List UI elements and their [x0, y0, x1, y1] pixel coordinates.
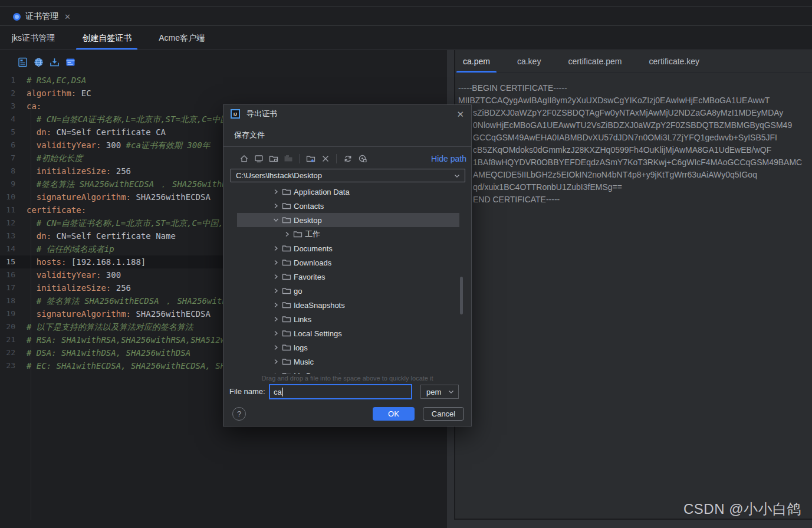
- chevron-collapsed-icon[interactable]: [282, 230, 292, 238]
- folder-icon: [281, 314, 292, 324]
- line-number: 14: [0, 242, 24, 255]
- tree-item-application-data[interactable]: Application Data: [237, 185, 459, 199]
- form-icon[interactable]: [17, 57, 28, 67]
- show-hidden-icon[interactable]: [355, 153, 370, 165]
- line-number: 15: [0, 255, 24, 268]
- code-text: signatureAlgorithm: SHA256withECDSA: [24, 307, 211, 320]
- folder-icon: [281, 300, 292, 310]
- chevron-collapsed-icon[interactable]: [271, 315, 281, 323]
- code-text: # RSA,EC,DSA: [24, 74, 86, 87]
- new-folder-icon[interactable]: [303, 153, 318, 165]
- line-number: 2: [0, 87, 24, 100]
- divider: [336, 154, 337, 163]
- chevron-collapsed-icon[interactable]: [271, 202, 281, 210]
- certificate-line: 1BAf8wHQYDVR0OBBYEFDEqdzASmY7KoT3RKwj+C6…: [458, 156, 812, 169]
- tree-item-documents[interactable]: Documents: [237, 241, 459, 255]
- tree-item-contacts[interactable]: Contacts: [237, 199, 459, 213]
- chevron-collapsed-icon[interactable]: [271, 329, 281, 337]
- tree-item-label: go: [292, 287, 302, 296]
- tab-ca-pem[interactable]: ca.pem: [456, 50, 497, 73]
- code-text: dn: CN=Self Certificate CA: [24, 126, 166, 139]
- tree-scrollbar[interactable]: [460, 277, 463, 314]
- ok-button[interactable]: OK: [373, 407, 415, 421]
- tab-certificate-key[interactable]: certificate.key: [642, 50, 706, 73]
- extension-select[interactable]: pem: [420, 385, 459, 399]
- certificate-line: cB5ZKqOMdoks0dGmmkzJ28KXZHq0599Fh4OuKlij…: [458, 144, 812, 156]
- path-value: C:\Users\lhstack\Desktop: [236, 171, 322, 180]
- path-combobox[interactable]: C:\Users\lhstack\Desktop: [231, 169, 465, 182]
- line-number: 21: [0, 333, 24, 346]
- file-tree: Application DataContactsDesktop工作Documen…: [237, 185, 459, 374]
- certificate-line: sZiBDZXJ0aWZpY2F0ZSBDQTAgFw0yNTAxMjAwMjU…: [458, 107, 812, 119]
- tree-item-my-documents[interactable]: My Documents: [237, 369, 459, 374]
- tab-ca-key[interactable]: ca.key: [511, 50, 547, 73]
- certificate-icon: [13, 13, 21, 21]
- line-number: 12: [0, 217, 24, 229]
- tree-item-downloads[interactable]: Downloads: [237, 255, 459, 270]
- code-line[interactable]: 1# RSA,EC,DSA: [0, 74, 447, 87]
- help-button[interactable]: ?: [232, 407, 246, 421]
- close-icon[interactable]: ✕: [64, 12, 71, 21]
- chevron-down-icon: [453, 172, 461, 179]
- line-number: 22: [0, 346, 24, 359]
- dialog-buttons: ? OK Cancel: [223, 407, 463, 421]
- chevron-collapsed-icon[interactable]: [271, 244, 281, 252]
- https-icon[interactable]: [65, 57, 75, 67]
- chevron-collapsed-icon[interactable]: [271, 301, 281, 309]
- tree-item-music[interactable]: Music: [237, 355, 459, 369]
- chevron-collapsed-icon[interactable]: [271, 287, 281, 295]
- line-number: 9: [0, 178, 24, 191]
- line-number: 13: [0, 229, 24, 242]
- module-folder-icon[interactable]: [281, 153, 295, 165]
- refresh-icon[interactable]: [340, 153, 355, 165]
- code-line[interactable]: 2algorithm: EC: [0, 87, 447, 100]
- chevron-collapsed-icon[interactable]: [271, 343, 281, 352]
- tab-acme-client[interactable]: Acme客户端: [153, 27, 211, 50]
- tree-item-local-settings[interactable]: Local Settings: [237, 326, 459, 340]
- code-text: # RSA: SHA1withRSA,SHA256withRSA,SHA512w: [24, 333, 225, 346]
- watermark: CSDN @小小白鸽: [683, 500, 801, 519]
- tree-item-go[interactable]: go: [237, 284, 459, 298]
- home-icon[interactable]: [236, 153, 251, 165]
- tree-item-label: IdeaSnapshots: [292, 301, 345, 310]
- chevron-collapsed-icon[interactable]: [271, 372, 281, 374]
- chevron-collapsed-icon[interactable]: [271, 273, 281, 281]
- line-number: 4: [0, 113, 24, 126]
- tab-jks-manager[interactable]: jks证书管理: [6, 27, 61, 50]
- chevron-collapsed-icon[interactable]: [271, 358, 281, 366]
- chevron-expanded-icon[interactable]: [271, 216, 281, 224]
- tree-item-links[interactable]: Links: [237, 312, 459, 326]
- tab-certificate-pem[interactable]: certificate.pem: [561, 50, 628, 73]
- tree-item-工作[interactable]: 工作: [237, 227, 459, 241]
- dialog-close-icon[interactable]: ✕: [456, 110, 464, 119]
- tab-create-self-signed[interactable]: 创建自签证书: [76, 27, 137, 50]
- chevron-collapsed-icon[interactable]: [271, 258, 281, 267]
- line-number: 7: [0, 152, 24, 165]
- desktop-icon[interactable]: [251, 153, 266, 165]
- line-number: 10: [0, 191, 24, 204]
- code-text: ca:: [24, 100, 41, 113]
- delete-icon[interactable]: [318, 153, 333, 165]
- tree-item-desktop[interactable]: Desktop: [237, 213, 459, 227]
- code-text: hosts: [192.168.1.188]: [24, 255, 146, 268]
- app-window: 证书管理 ✕ jks证书管理 创建自签证书 Acme客户端 1# RSA,EC,…: [0, 0, 812, 528]
- chevron-collapsed-icon[interactable]: [271, 188, 281, 196]
- import-icon[interactable]: [49, 57, 60, 67]
- file-tab-cert-manager[interactable]: 证书管理 ✕: [0, 8, 78, 25]
- globe-icon[interactable]: [33, 57, 44, 67]
- tree-item-favorites[interactable]: Favorites: [237, 270, 459, 284]
- certificate-viewer-panel: ca.pem ca.key certificate.pem certificat…: [454, 50, 812, 520]
- line-number: 19: [0, 307, 24, 320]
- certificate-line: qd/xuix1BC4OTTRonbU1ZubI3fEMSg==: [458, 181, 812, 194]
- file-name-input[interactable]: ca: [269, 384, 412, 399]
- file-name-label: File name:: [229, 387, 265, 396]
- tree-item-ideasnapshots[interactable]: IdeaSnapshots: [237, 298, 459, 312]
- hide-path-link[interactable]: Hide path: [431, 154, 466, 163]
- folder-icon: [292, 229, 304, 239]
- project-folder-icon[interactable]: [266, 153, 281, 165]
- tree-item-label: Local Settings: [292, 329, 342, 338]
- code-text: # DSA: SHA1withDSA, SHA256withDSA: [24, 346, 190, 359]
- tree-item-logs[interactable]: logs: [237, 340, 459, 355]
- code-text: validityYear: 300: [24, 268, 121, 281]
- cancel-button[interactable]: Cancel: [423, 407, 464, 421]
